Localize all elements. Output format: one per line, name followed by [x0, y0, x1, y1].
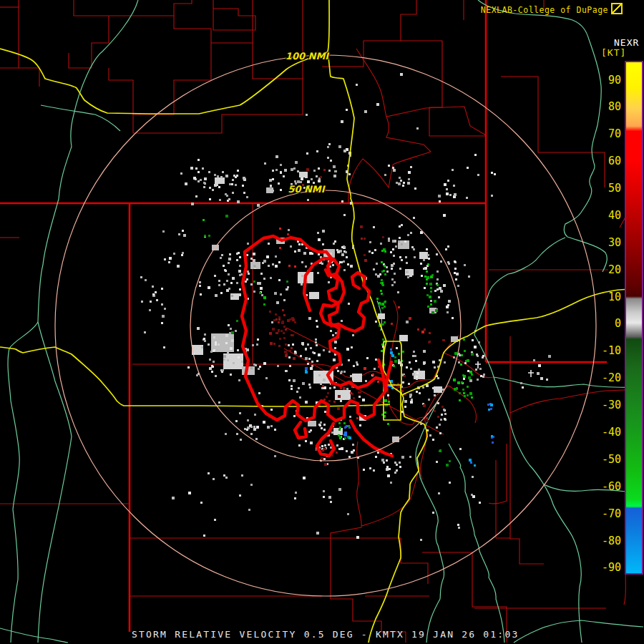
river-line [38, 0, 138, 643]
river-line [0, 628, 68, 643]
city-marker-icon [475, 361, 481, 369]
county-border-line [510, 336, 544, 564]
county-border-line [449, 386, 477, 423]
river-line [474, 238, 582, 643]
county-border-line [109, 16, 211, 114]
colorbar-tick: 90 [592, 74, 621, 86]
colorbar-tick: -30 [592, 399, 621, 411]
city-marker-icon [528, 370, 534, 377]
colorbar-tick: -70 [592, 508, 621, 519]
county-border-line [401, 41, 486, 136]
river-line [478, 0, 607, 272]
colorbar-tick: 30 [592, 237, 621, 248]
highway-line [0, 0, 329, 114]
legend-title: NEXR [614, 37, 639, 48]
colorbar-tick: 10 [592, 291, 621, 303]
county-border-line [496, 460, 510, 538]
brand-header: NEXLAB-College of DuPage [0, 3, 623, 15]
colorbar-tick: 20 [592, 264, 621, 275]
colorbar-tick: 40 [592, 210, 621, 221]
colorbar-tick: -80 [592, 535, 621, 547]
velocity-colorbar [625, 61, 643, 575]
county-border-line [69, 16, 109, 68]
county-border-line [510, 389, 643, 413]
brand-text: NEXLAB-College of DuPage [481, 5, 608, 15]
river-line [41, 105, 120, 131]
colorbar-tick: -50 [592, 454, 621, 465]
radar-map [0, 0, 644, 644]
colorbar-tick: -20 [592, 372, 621, 384]
colorbar-tick: -10 [592, 345, 621, 356]
colorbar-tick: -60 [592, 481, 621, 492]
county-border-line [356, 49, 486, 135]
colorbar-tick: -90 [592, 562, 621, 573]
river-line [8, 322, 38, 643]
radar-echoes [140, 73, 551, 541]
legend-units: [KT] [601, 47, 626, 58]
county-border-line [489, 444, 507, 504]
colorbar-tick: 0 [592, 318, 621, 329]
radar-viewer: NEXLAB-College of DuPage NEXR [KT] 90807… [0, 0, 644, 644]
river-line [416, 401, 444, 643]
highway-line [328, 52, 427, 643]
range-ring [190, 190, 461, 461]
colorbar-tick: -40 [592, 426, 621, 438]
river-line [514, 620, 643, 643]
window-logo-icon[interactable] [611, 3, 623, 14]
county-border-line [348, 117, 431, 203]
colorbar-tick: 60 [592, 155, 621, 167]
colorbar-tick: 80 [592, 101, 621, 112]
county-border-line [286, 328, 328, 349]
colorbar-tick: 70 [592, 128, 621, 140]
county-border-line [19, 68, 39, 87]
county-border-line [361, 467, 419, 526]
colorbar-tick: 50 [592, 182, 621, 194]
range-ring-label-50nmi: 50 NMI [288, 184, 324, 195]
county-border-line [130, 538, 428, 584]
range-ring-label-100nmi: 100 NMI [286, 51, 328, 62]
range-ring [55, 55, 596, 596]
status-bar-text: STORM RELATIVE VELOCITY 0.5 DEG - KMTX 1… [132, 629, 519, 640]
county-border-line [501, 77, 605, 187]
